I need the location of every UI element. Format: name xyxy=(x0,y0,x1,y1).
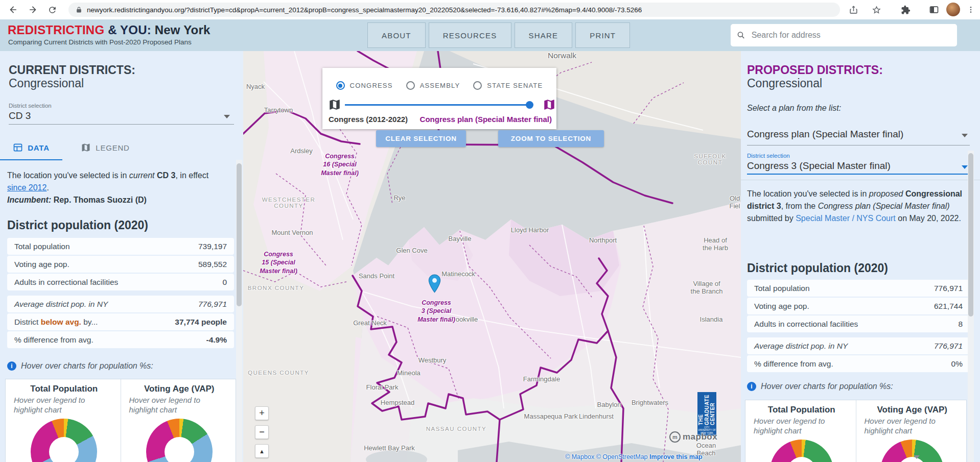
map-canvas[interactable]: NorwalkNyackTarrytownArdsleyWESTCHESTER … xyxy=(243,51,741,462)
row-label: Adults in correctional facilities xyxy=(754,320,858,329)
map-zoom-in-button[interactable]: + xyxy=(255,406,269,420)
nav-print-button[interactable]: PRINT xyxy=(575,22,630,48)
zoom-to-selection-button[interactable]: ZOOM TO SELECTION xyxy=(498,130,604,147)
address-bar[interactable]: newyork.redistrictingandyou.org/?distric… xyxy=(68,3,840,17)
side-panel-icon[interactable] xyxy=(928,4,940,16)
donut-chart[interactable] xyxy=(31,419,97,462)
share-icon[interactable] xyxy=(847,4,859,16)
bookmark-star-icon[interactable] xyxy=(870,4,882,16)
info-icon: i xyxy=(747,382,756,391)
app-root: newyork.redistrictingandyou.org/?distric… xyxy=(0,0,980,462)
radio-state-senate-label[interactable]: STATE SENATE xyxy=(487,82,543,89)
graduate-center-logo: THE GRADUATE CENTER CITY UNIVERSITY OF N… xyxy=(697,392,716,436)
search-input[interactable] xyxy=(751,30,951,40)
brand-and-you: & YOU: xyxy=(104,23,151,37)
chevron-down-icon[interactable] xyxy=(962,165,968,169)
chart-title: Voting Age (VAP) xyxy=(865,405,961,415)
nav-resources-button[interactable]: RESOURCES xyxy=(429,22,511,48)
tab-data[interactable]: DATA xyxy=(0,136,62,160)
scrollbar-thumb[interactable] xyxy=(237,163,242,306)
text: , from the xyxy=(781,202,818,210)
location-pin-icon xyxy=(428,274,441,294)
chart-title: Total Population xyxy=(14,384,114,394)
proposed-plan-map-icon[interactable] xyxy=(543,98,556,111)
avatar[interactable] xyxy=(946,3,960,16)
charts-container: Total Population Hover over legend to hi… xyxy=(745,400,967,462)
district-type-radios: CONGRESS ASSEMBLY STATE SENATE xyxy=(322,81,556,90)
brand: REDISTRICTING & YOU: New York xyxy=(8,23,211,37)
row-label: Average district pop. in NY xyxy=(14,300,108,309)
donut-chart[interactable] xyxy=(770,440,833,462)
row-label: Voting age pop. xyxy=(754,302,809,311)
donut-chart[interactable] xyxy=(880,440,944,462)
chart-caption: Hover over legend to highlight chart xyxy=(754,416,850,435)
below-avg-highlight: below avg. xyxy=(41,318,81,326)
mapbox-attribution-link[interactable]: © Mapbox xyxy=(565,453,594,460)
map-compass-button[interactable]: ▲ xyxy=(255,444,269,458)
text-plan: Congress plan (Special Master final) xyxy=(818,202,950,210)
chevron-down-icon[interactable] xyxy=(224,115,230,118)
map-zoom-out-button[interactable]: − xyxy=(255,425,269,439)
brand-redistricting: REDISTRICTING xyxy=(8,23,104,37)
chevron-down-icon[interactable] xyxy=(962,134,968,137)
radio-assembly-label[interactable]: ASSEMBLY xyxy=(420,82,460,89)
row-value: 776,971 xyxy=(198,300,227,309)
district-select-label: District selection xyxy=(9,103,52,109)
left-panel-scrollbar[interactable] xyxy=(236,160,242,462)
population-heading: District population (2020) xyxy=(747,261,888,275)
right-panel-scrollbar[interactable] xyxy=(968,151,974,462)
row-label: Average district pop. in NY xyxy=(754,342,848,351)
chart-caption: Hover over legend to highlight chart xyxy=(865,416,961,435)
osm-attribution-link[interactable]: © OpenStreetMap xyxy=(596,453,648,460)
proposed-district-select[interactable]: Congress 3 (Special Master final) xyxy=(747,160,891,172)
address-search xyxy=(731,24,957,46)
graduate-center-text: THE GRADUATE CENTER xyxy=(698,392,716,426)
table-row: Adults in correctional facilities8 xyxy=(747,315,970,332)
improve-map-link[interactable]: Improve this map xyxy=(649,453,703,460)
row-value: 0 xyxy=(222,278,227,287)
scroll-down-indicator[interactable] xyxy=(914,455,920,459)
donut-chart[interactable] xyxy=(146,419,213,462)
lock-icon xyxy=(76,7,82,13)
plan-slider-handle[interactable] xyxy=(526,101,533,109)
current-district-select[interactable]: CD 3 xyxy=(9,110,31,121)
search-icon xyxy=(737,31,745,40)
mapbox-logo[interactable]: m mapbox xyxy=(669,431,717,443)
tab-legend[interactable]: LEGEND xyxy=(62,136,148,159)
since-2012-link[interactable]: since 2012 xyxy=(7,183,46,192)
row-value: 37,774 people xyxy=(175,318,227,327)
radio-congress-label[interactable]: CONGRESS xyxy=(350,82,393,89)
charts-container: Total Population Hover over legend to hi… xyxy=(5,379,236,462)
text: on May 20, 2022. xyxy=(896,214,961,223)
radio-state-senate[interactable] xyxy=(473,81,482,90)
back-icon[interactable] xyxy=(7,4,19,16)
menu-dots-icon[interactable] xyxy=(965,4,977,16)
clear-selection-button[interactable]: CLEAR SELECTION xyxy=(376,130,466,147)
special-master-link[interactable]: Special Master / NYS Court xyxy=(796,214,896,223)
plan-select[interactable]: Congress plan (Special Master final) xyxy=(747,129,903,140)
table-row: Voting age pop.589,552 xyxy=(7,256,234,273)
scrollbar-thumb[interactable] xyxy=(968,153,973,317)
url-text: newyork.redistrictingandyou.org/?distric… xyxy=(87,6,642,14)
nav-about-button[interactable]: ABOUT xyxy=(367,22,426,48)
radio-assembly[interactable] xyxy=(406,81,415,90)
table-row-average: Average district pop. in NY776,971 xyxy=(7,296,234,312)
text: The location you've selected is in xyxy=(7,171,129,180)
chart-total-population: Total Population Hover over legend to hi… xyxy=(6,379,121,462)
district-select-label: District selection xyxy=(747,153,790,159)
extensions-puzzle-icon[interactable] xyxy=(899,4,912,16)
row-label: Total population xyxy=(14,242,70,251)
forward-icon[interactable] xyxy=(27,4,39,16)
radio-congress[interactable] xyxy=(336,81,345,90)
population-heading: District population (2020) xyxy=(7,218,148,232)
text: The location you've selected is in xyxy=(747,189,869,198)
plan-slider-track[interactable] xyxy=(345,104,533,106)
text: . xyxy=(46,183,49,192)
mapbox-wordmark: mapbox xyxy=(683,432,717,442)
current-plan-map-icon[interactable] xyxy=(328,98,341,111)
nav-share-button[interactable]: SHARE xyxy=(515,22,573,48)
reload-icon[interactable] xyxy=(46,4,58,16)
browser-chrome: newyork.redistrictingandyou.org/?distric… xyxy=(0,0,980,20)
incumbent-value: Rep. Thomas Suozzi (D) xyxy=(51,196,147,204)
row-value: 776,971 xyxy=(934,284,963,293)
